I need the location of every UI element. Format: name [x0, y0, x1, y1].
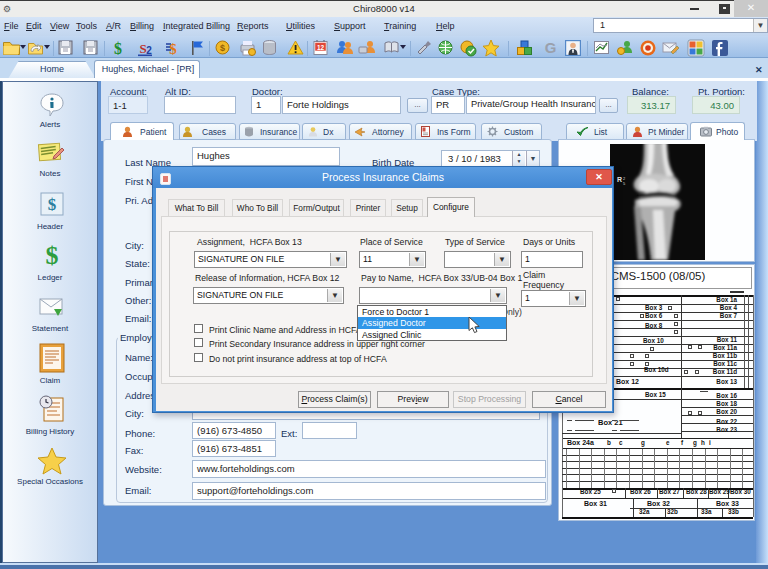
svg-text:12: 12: [317, 44, 325, 51]
svg-text:$: $: [48, 195, 57, 214]
svg-text:G: G: [545, 39, 557, 56]
svg-text:$: $: [46, 242, 59, 268]
svg-text:R: R: [617, 176, 622, 183]
svg-text:2: 2: [146, 45, 152, 56]
svg-text:$: $: [114, 40, 122, 57]
svg-text:$: $: [220, 43, 225, 53]
